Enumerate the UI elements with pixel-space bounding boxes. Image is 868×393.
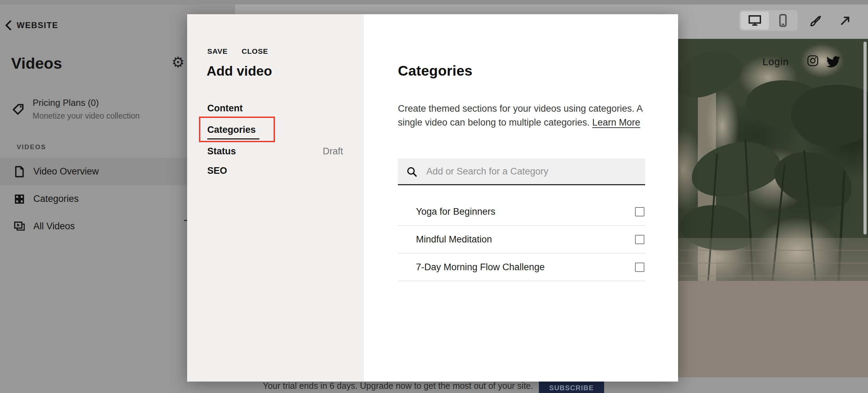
- gear-icon[interactable]: ⚙: [172, 55, 185, 70]
- leaf-shape: [767, 139, 861, 220]
- sidebar-item-label: All Videos: [33, 221, 75, 232]
- category-label: Yoga for Beginners: [416, 206, 495, 217]
- desktop-preview-button[interactable]: [741, 11, 769, 29]
- modal-menu-seo[interactable]: SEO: [207, 165, 227, 176]
- back-to-website[interactable]: WEBSITE: [5, 20, 109, 31]
- category-row[interactable]: Yoga for Beginners: [398, 192, 645, 226]
- category-checkbox[interactable]: [635, 235, 644, 244]
- panel-description: Create themed sections for your videos u…: [398, 102, 648, 129]
- learn-more-link[interactable]: Learn More: [592, 117, 640, 128]
- leaf-shape: [669, 43, 748, 104]
- preview-site-header: Login: [660, 54, 868, 69]
- page-title: Videos: [11, 54, 62, 72]
- category-search: [398, 159, 645, 185]
- window-top-strip: [0, 0, 868, 5]
- status-value: Draft: [323, 146, 343, 157]
- category-row[interactable]: 7-Day Morning Flow Challenge: [398, 254, 645, 281]
- modal-menu-categories[interactable]: Categories: [207, 125, 256, 135]
- modal-menu-content[interactable]: Content: [207, 103, 243, 114]
- description-line1: Create themed sections for your videos u…: [398, 103, 643, 114]
- category-checkbox[interactable]: [635, 263, 644, 272]
- chevron-left-icon: [5, 20, 12, 31]
- mobile-preview-button[interactable]: [770, 11, 796, 29]
- modal-title: Add video: [207, 63, 272, 79]
- pricing-plans-sublabel: Monetize your video collection: [33, 111, 140, 121]
- categories-panel: Categories Create themed sections for yo…: [364, 14, 678, 382]
- video-stack-icon: [14, 221, 25, 232]
- pricing-plans-label: Pricing Plans (0): [33, 97, 99, 108]
- tag-icon: [12, 103, 25, 116]
- category-label: Mindful Meditation: [416, 234, 492, 245]
- mobile-preview-icon: [779, 14, 787, 27]
- save-button[interactable]: SAVE: [207, 47, 228, 55]
- twitter-icon[interactable]: [826, 56, 840, 69]
- preview-scrollbar[interactable]: [863, 42, 867, 234]
- trial-message: Your trial ends in 6 days. Upgrade now t…: [263, 380, 533, 391]
- description-line2: single video can belong to multiple cate…: [398, 117, 590, 128]
- page-icon: [14, 166, 25, 178]
- preview-section-block: [660, 281, 868, 377]
- open-site-arrow-icon[interactable]: [839, 14, 852, 28]
- close-button[interactable]: CLOSE: [242, 47, 268, 55]
- modal-menu-status[interactable]: Status: [207, 146, 236, 157]
- category-label: 7-Day Morning Flow Challenge: [416, 262, 545, 273]
- style-brush-icon[interactable]: [809, 14, 823, 29]
- sidebar-section-label: VIDEOS: [17, 143, 46, 151]
- back-label: WEBSITE: [17, 20, 58, 30]
- panel-title: Categories: [398, 63, 473, 79]
- sidebar-item-label: Video Overview: [33, 166, 99, 177]
- login-link[interactable]: Login: [762, 56, 789, 68]
- category-search-input[interactable]: [398, 159, 645, 184]
- website-hero-image: [660, 39, 868, 281]
- subscribe-button[interactable]: SUBSCRIBE: [539, 380, 604, 393]
- sidebar-item-pricing-plans[interactable]: Pricing Plans (0) Monetize your video co…: [0, 95, 187, 127]
- sidebar-item-label: Categories: [33, 194, 79, 204]
- modal-menu-pane: SAVE CLOSE Add video Content Categories …: [187, 14, 364, 382]
- desktop-preview-icon: [748, 15, 761, 26]
- grid-icon: [14, 194, 25, 204]
- device-toggle-group: [739, 10, 798, 31]
- category-checkbox[interactable]: [635, 207, 644, 216]
- app-root: WEBSITE Videos ⚙ Pricing Plans (0) Monet…: [0, 0, 868, 393]
- category-row[interactable]: Mindful Meditation: [398, 226, 645, 254]
- add-video-modal: SAVE CLOSE Add video Content Categories …: [187, 14, 678, 382]
- instagram-icon[interactable]: [807, 55, 819, 68]
- selected-menu-underline: [207, 138, 259, 139]
- trellis-wall: [660, 238, 868, 281]
- category-list: Yoga for Beginners Mindful Meditation 7-…: [398, 192, 645, 281]
